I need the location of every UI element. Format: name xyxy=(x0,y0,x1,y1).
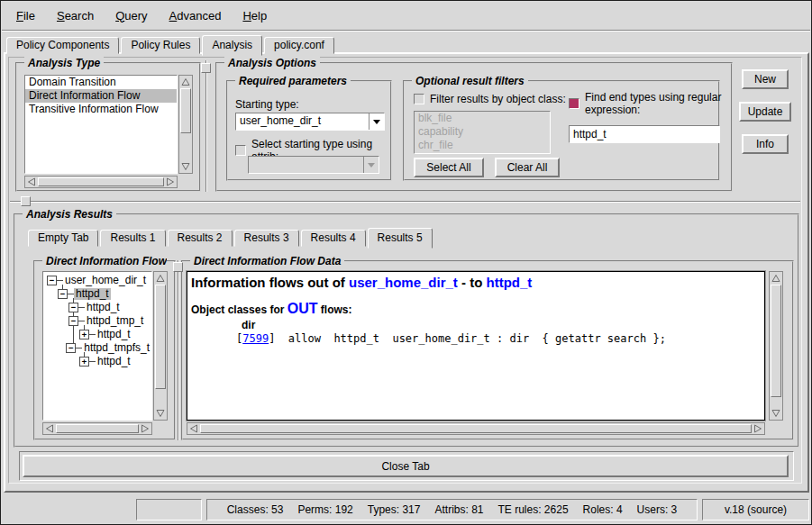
menu-advanced[interactable]: Advanced xyxy=(162,6,229,25)
results-tabbar: Empty Tab Results 1 Results 2 Results 3 … xyxy=(28,228,434,247)
analysis-type-vscrollbar[interactable] xyxy=(178,75,193,174)
horizontal-sash[interactable] xyxy=(10,201,800,203)
flow-tree-vscrollbar[interactable] xyxy=(153,271,168,421)
attrib-value xyxy=(249,157,363,173)
tree-node-label[interactable]: user_home_dir_t xyxy=(63,275,148,286)
flow-heading: Information flows out of user_home_dir_t… xyxy=(187,272,764,290)
scroll-left-icon[interactable] xyxy=(43,423,56,434)
regex-input[interactable] xyxy=(569,125,720,143)
tab-results-1[interactable]: Results 1 xyxy=(100,230,165,247)
menu-help[interactable]: Help xyxy=(235,6,274,25)
scroll-right-icon[interactable] xyxy=(752,423,764,434)
source-type: user_home_dir_t xyxy=(349,275,458,290)
flow-data-hscrollbar[interactable] xyxy=(187,422,765,435)
scroll-up-icon[interactable] xyxy=(770,272,782,285)
clear-all-button[interactable]: Clear All xyxy=(495,158,560,177)
status-spacer-cell xyxy=(136,499,202,520)
list-item-transitive-information-flow[interactable]: Transitive Information Flow xyxy=(25,103,177,116)
tree-node-label[interactable]: httpd_tmpfs_t xyxy=(82,342,151,354)
scroll-down-icon[interactable] xyxy=(154,407,167,420)
info-button[interactable]: Info xyxy=(742,134,789,154)
tree-node: − user_home_dir_t xyxy=(43,274,151,287)
collapse-icon[interactable]: − xyxy=(66,343,76,353)
analysis-options-title: Analysis Options xyxy=(224,57,320,69)
expand-icon[interactable]: + xyxy=(79,357,89,367)
scroll-up-icon[interactable] xyxy=(179,76,192,88)
flow-data-textarea[interactable]: Information flows out of user_home_dir_t… xyxy=(187,271,765,421)
tab-policy-conf[interactable]: policy.conf xyxy=(264,37,334,54)
horizontal-sash-handle[interactable] xyxy=(21,196,31,206)
menu-query[interactable]: Query xyxy=(108,6,154,25)
tree-node-label[interactable]: httpd_t xyxy=(96,329,132,340)
scroll-down-icon[interactable] xyxy=(179,160,192,173)
starting-type-label: Starting type: xyxy=(235,98,299,111)
list-item-capability[interactable]: capability xyxy=(415,125,550,139)
analysis-results-title: Analysis Results xyxy=(23,208,116,221)
scroll-thumb[interactable] xyxy=(56,424,139,433)
scroll-thumb[interactable] xyxy=(38,177,164,186)
menu-file[interactable]: File xyxy=(9,6,42,25)
tree-node: − httpd_t xyxy=(43,301,151,314)
close-tab-button[interactable]: Close Tab xyxy=(23,455,789,477)
new-button[interactable]: New xyxy=(742,69,789,89)
tree-node-label[interactable]: httpd_t xyxy=(85,302,122,313)
collapse-icon[interactable]: − xyxy=(58,289,68,299)
scroll-right-icon[interactable] xyxy=(164,177,177,187)
results-sash[interactable] xyxy=(178,260,179,440)
scroll-down-icon[interactable] xyxy=(770,407,782,420)
results-sash-handle[interactable] xyxy=(173,262,183,272)
main-tabbar: Policy Components Policy Rules Analysis … xyxy=(6,35,336,54)
list-item-domain-transition[interactable]: Domain Transition xyxy=(25,76,177,89)
tab-analysis[interactable]: Analysis xyxy=(202,35,262,56)
regex-checkbox-row: Find end types using regular expression: xyxy=(569,91,740,116)
rule-id-link[interactable]: 7599 xyxy=(242,332,269,345)
scroll-left-icon[interactable] xyxy=(25,177,38,187)
close-tab-container: Close Tab xyxy=(19,451,794,481)
collapse-icon[interactable]: − xyxy=(68,316,78,326)
attrib-combobox[interactable] xyxy=(248,156,379,174)
tab-policy-rules[interactable]: Policy Rules xyxy=(121,37,200,54)
flow-data-vscrollbar[interactable] xyxy=(769,271,783,421)
stat-users: Users: 3 xyxy=(637,503,678,516)
scroll-right-icon[interactable] xyxy=(139,423,151,434)
vertical-sash[interactable] xyxy=(205,60,207,192)
object-class-name: dir xyxy=(187,317,764,331)
menu-search[interactable]: Search xyxy=(50,6,101,25)
scroll-thumb[interactable] xyxy=(771,285,781,397)
scroll-left-icon[interactable] xyxy=(187,423,200,434)
select-all-button[interactable]: Select All xyxy=(414,158,484,177)
regex-checkbox[interactable] xyxy=(569,98,579,109)
expand-icon[interactable]: + xyxy=(79,330,89,339)
tab-results-2[interactable]: Results 2 xyxy=(168,230,233,247)
scroll-up-icon[interactable] xyxy=(154,272,167,285)
tree-node: + httpd_t xyxy=(43,328,151,341)
object-class-checkbox[interactable] xyxy=(414,94,424,104)
chevron-down-icon xyxy=(363,157,379,173)
tab-empty-tab[interactable]: Empty Tab xyxy=(28,230,98,247)
tab-policy-components[interactable]: Policy Components xyxy=(6,37,119,54)
scroll-thumb[interactable] xyxy=(155,285,166,389)
collapse-icon[interactable]: − xyxy=(68,303,78,312)
scroll-thumb[interactable] xyxy=(180,88,191,133)
collapse-icon[interactable]: − xyxy=(47,276,57,285)
list-item-direct-information-flow[interactable]: Direct Information Flow xyxy=(25,89,177,103)
tree-node-label[interactable]: httpd_tmp_t xyxy=(85,315,145,327)
regex-checkbox-label: Find end types using regular expression: xyxy=(585,91,740,116)
analysis-type-hscrollbar[interactable] xyxy=(24,176,178,188)
list-item-chr-file[interactable]: chr_file xyxy=(415,139,550,152)
tree-node-label[interactable]: httpd_t xyxy=(96,356,132,367)
update-button[interactable]: Update xyxy=(739,102,791,122)
flow-tree-hscrollbar[interactable] xyxy=(42,422,152,435)
list-item-blk-file[interactable]: blk_file xyxy=(415,112,550,125)
scroll-thumb[interactable] xyxy=(200,424,752,433)
tab-results-5[interactable]: Results 5 xyxy=(368,228,433,249)
analysis-type-panel: Analysis Type Domain Transition Direct I… xyxy=(15,62,201,192)
chevron-down-icon[interactable] xyxy=(369,113,384,130)
attrib-checkbox[interactable] xyxy=(235,145,246,156)
tab-results-3[interactable]: Results 3 xyxy=(234,230,299,247)
vertical-sash-handle[interactable] xyxy=(201,63,211,73)
starting-type-combobox[interactable]: user_home_dir_t xyxy=(235,113,385,131)
tree-node-label[interactable]: httpd_t xyxy=(74,288,111,300)
menu-bar: File Search Query Advanced Help xyxy=(2,3,810,28)
tab-results-4[interactable]: Results 4 xyxy=(301,230,366,247)
